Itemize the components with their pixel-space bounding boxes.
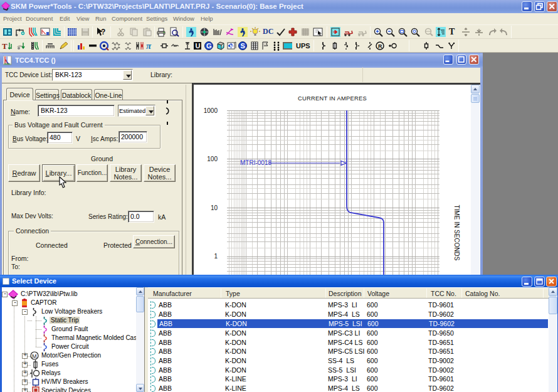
svg-text:CURRENT IN AMPERES: CURRENT IN AMPERES: [298, 95, 367, 102]
svg-text:1: 1: [214, 253, 218, 260]
svg-text:T: T: [2, 41, 8, 51]
svg-text:M: M: [230, 43, 234, 49]
svg-text:?: ?: [101, 28, 105, 36]
svg-text:S: S: [241, 42, 245, 50]
svg-text:MTRI-0018: MTRI-0018: [240, 159, 271, 166]
svg-text:100: 100: [207, 156, 218, 162]
svg-text:M: M: [32, 353, 37, 359]
svg-text:10: 10: [211, 204, 218, 211]
svg-text:U: U: [196, 42, 201, 50]
svg-text:G: G: [206, 42, 212, 50]
svg-text:TIME IN SECONDS: TIME IN SECONDS: [453, 205, 460, 261]
svg-text:R: R: [378, 43, 382, 50]
svg-text:1000: 1000: [204, 107, 218, 114]
